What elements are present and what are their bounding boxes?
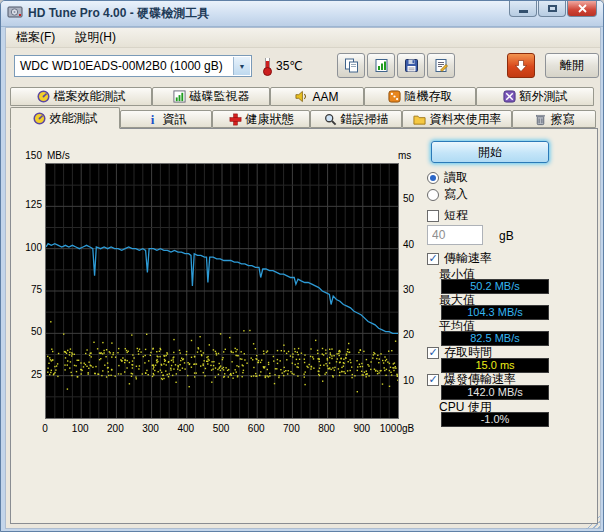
benchmark-page: 150 MB/s ms 125100755025 5040302010 0100… <box>10 128 598 524</box>
dice-icon <box>388 90 401 103</box>
window-title: HD Tune Pro 4.00 - 硬碟檢測工具 <box>28 5 509 22</box>
axis-tick: 50 <box>31 326 42 337</box>
title-bar[interactable]: HD Tune Pro 4.00 - 硬碟檢測工具 <box>1 1 603 27</box>
client-area: 檔案(F) 說明(H) WDC WD10EADS-00M2B0 (1000 gB… <box>5 27 601 529</box>
tab-label: AAM <box>312 90 338 104</box>
write-radio[interactable]: 寫入 <box>427 186 468 203</box>
drive-select[interactable]: WDC WD10EADS-00M2B0 (1000 gB) ▼ <box>14 55 252 77</box>
svg-text:i: i <box>150 113 154 126</box>
axis-tick: 200 <box>95 423 135 434</box>
checkbox-checked-icon: ✓ <box>427 374 439 386</box>
tab-strip-primary: 效能測試 i 資訊 健康狀態 錯誤掃描 資料夾使用率 擦寫 <box>10 107 598 128</box>
axis-tick: 10 <box>403 375 414 386</box>
menu-help[interactable]: 說明(H) <box>65 27 126 48</box>
axis-tick: 500 <box>201 423 241 434</box>
exit-button[interactable]: 離開 <box>545 53 599 78</box>
burst-rate-value: 142.0 MB/s <box>441 385 549 400</box>
gauge-icon <box>33 112 46 125</box>
axis-tick: 125 <box>25 199 42 210</box>
axis-tick: 75 <box>31 284 42 295</box>
save-button[interactable] <box>397 53 425 78</box>
transfer-rate-checkbox[interactable]: ✓ 傳輸速率 <box>427 250 492 267</box>
axis-tick: 50 <box>403 193 414 204</box>
maximize-icon <box>548 5 557 12</box>
read-radio[interactable]: 讀取 <box>427 169 468 186</box>
tab-label: 資訊 <box>163 111 187 128</box>
app-icon <box>7 4 23 24</box>
copy-graph-icon <box>374 58 389 73</box>
y-left-axis-label: MB/s <box>47 150 70 161</box>
thermometer-icon <box>262 55 273 80</box>
tab-extra-tests[interactable]: 額外測試 <box>476 87 594 106</box>
start-button[interactable]: 開始 <box>431 141 549 163</box>
export-text-icon <box>434 58 449 73</box>
checkbox-checked-icon: ✓ <box>427 253 439 265</box>
speaker-icon <box>295 90 308 103</box>
tab-aam[interactable]: AAM <box>270 87 364 106</box>
menu-file[interactable]: 檔案(F) <box>6 27 65 48</box>
info-icon: i <box>146 113 159 126</box>
capture-button[interactable] <box>507 53 535 78</box>
x-axis-ticks: 01002003004005006007008009001000gB <box>45 423 399 435</box>
checkbox-unchecked-icon <box>427 210 439 222</box>
short-stroke-checkbox[interactable]: 短程 <box>427 207 468 224</box>
maximize-button[interactable] <box>538 1 566 17</box>
y-left-ticks: 125100755025 <box>13 163 42 419</box>
health-cross-icon <box>229 113 242 126</box>
axis-tick: 900 <box>342 423 382 434</box>
tab-disk-monitor[interactable]: 磁碟監視器 <box>152 87 270 106</box>
tab-label: 錯誤掃描 <box>341 111 389 128</box>
minimize-button[interactable] <box>509 1 537 17</box>
bar-chart-icon <box>173 90 186 103</box>
app-window: HD Tune Pro 4.00 - 硬碟檢測工具 檔案(F) 說明(H) WD… <box>0 0 604 532</box>
checkbox-checked-icon: ✓ <box>427 347 439 359</box>
minimize-icon <box>519 10 528 13</box>
radio-selected-icon <box>427 172 439 184</box>
tab-label: 效能測試 <box>50 110 98 127</box>
close-button[interactable] <box>567 1 597 17</box>
short-stroke-size-input[interactable] <box>427 225 483 245</box>
tab-benchmark[interactable]: 效能測試 <box>10 107 120 129</box>
tab-label: 磁碟監視器 <box>190 88 250 105</box>
axis-tick: 150 <box>13 150 42 161</box>
tab-label: 額外測試 <box>520 88 568 105</box>
axis-tick: 300 <box>131 423 171 434</box>
tab-error-scan[interactable]: 錯誤掃描 <box>310 110 402 128</box>
axis-tick: 40 <box>403 239 414 250</box>
axis-tick: 30 <box>403 284 414 295</box>
tab-strip-secondary: 檔案效能測試 磁碟監視器 AAM 隨機存取 額外測試 <box>10 85 598 106</box>
cpu-usage-value: -1.0% <box>441 412 549 427</box>
menu-bar: 檔案(F) 說明(H) <box>6 28 600 48</box>
magnifier-icon <box>324 113 337 126</box>
tab-label: 資料夾使用率 <box>430 111 502 128</box>
axis-tick: 600 <box>236 423 276 434</box>
export-text-button[interactable] <box>427 53 455 78</box>
axis-tick: 25 <box>31 369 42 380</box>
tab-label: 健康狀態 <box>246 111 294 128</box>
tab-random-access[interactable]: 隨機存取 <box>364 87 476 106</box>
trash-icon <box>534 113 547 126</box>
temperature-value: 35℃ <box>276 59 303 73</box>
axis-tick: 400 <box>166 423 206 434</box>
tab-folder-usage[interactable]: 資料夾使用率 <box>402 110 512 128</box>
axis-tick: 1000gB <box>377 423 417 434</box>
tab-file-benchmark[interactable]: 檔案效能測試 <box>10 87 152 106</box>
tab-label: 隨機存取 <box>405 88 453 105</box>
folder-icon <box>413 113 426 126</box>
arrow-down-icon <box>514 59 528 73</box>
axis-tick: 800 <box>307 423 347 434</box>
tab-info[interactable]: i 資訊 <box>120 110 212 128</box>
tab-label: 擦寫 <box>551 111 575 128</box>
tab-health[interactable]: 健康狀態 <box>212 110 310 128</box>
extra-tests-icon <box>503 90 516 103</box>
copy-graph-button[interactable] <box>367 53 395 78</box>
close-icon <box>578 4 587 13</box>
copy-icon <box>344 58 359 73</box>
floppy-disk-icon <box>404 58 419 73</box>
tab-erase[interactable]: 擦寫 <box>512 110 596 128</box>
copy-button[interactable] <box>337 53 365 78</box>
axis-tick: 20 <box>403 329 414 340</box>
toolbar: WDC WD10EADS-00M2B0 (1000 gB) ▼ 35℃ <box>6 48 600 84</box>
gb-unit-label: gB <box>499 229 514 243</box>
radio-unselected-icon <box>427 189 439 201</box>
